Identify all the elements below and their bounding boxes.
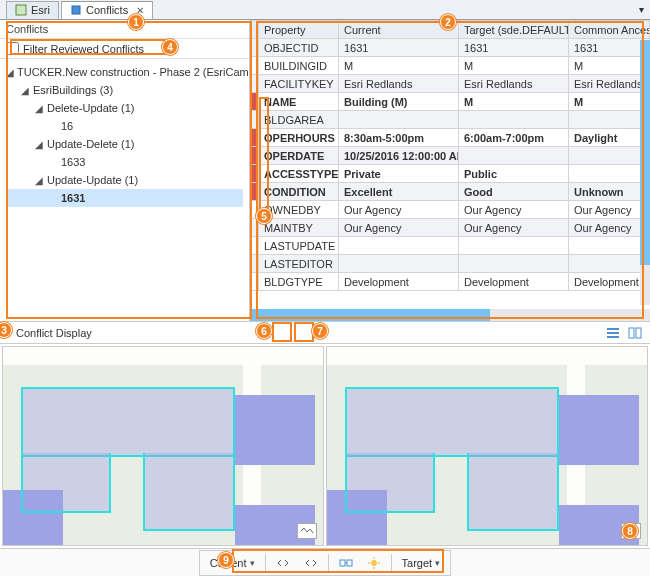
filter-checkbox[interactable] — [6, 42, 19, 55]
tree-leaf[interactable]: 16 — [6, 117, 243, 135]
table-row[interactable]: FACILITYKEYEsri RedlandsEsri RedlandsEsr… — [251, 75, 650, 93]
table-row[interactable]: BUILDINGIDMMM — [251, 57, 650, 75]
conflicts-icon — [70, 4, 82, 16]
expand-icon[interactable]: ◢ — [34, 175, 44, 186]
link-views-button[interactable] — [333, 553, 359, 573]
side-by-side-button[interactable] — [626, 324, 644, 342]
tree-root[interactable]: ◢ TUCKER.New construction - Phase 2 (Esr… — [6, 63, 243, 81]
conflicts-tree-panel: Conflicts Filter Reviewed Conflicts ◢ TU… — [0, 20, 250, 321]
col-property[interactable]: Property — [259, 21, 339, 39]
table-row[interactable]: LASTEDITOR — [251, 255, 650, 273]
map-target[interactable] — [326, 346, 648, 546]
tree-node[interactable]: ◢ Delete-Update (1) — [6, 99, 243, 117]
callout-7: 7 — [312, 323, 328, 339]
section-title: Conflict Display — [16, 327, 92, 339]
table-row[interactable]: OPERDATE10/25/2016 12:00:00 AM — [251, 147, 650, 165]
tree-leaf[interactable]: 1633 — [6, 153, 243, 171]
zoom-out-button[interactable] — [298, 553, 324, 573]
table-row[interactable]: OPERHOURS8:30am-5:00pm6:00am-7:00pmDayli… — [251, 129, 650, 147]
chevron-down-icon: ▾ — [435, 558, 440, 568]
svg-rect-1 — [72, 6, 80, 14]
flash-button[interactable] — [361, 553, 387, 573]
expand-icon[interactable]: ◢ — [34, 103, 44, 114]
table-row[interactable]: OWNEDBYOur AgencyOur AgencyOur Agency — [251, 201, 650, 219]
tree: ◢ TUCKER.New construction - Phase 2 (Esr… — [0, 59, 249, 321]
callout-1: 1 — [128, 14, 144, 30]
svg-rect-0 — [16, 5, 26, 15]
table-row[interactable]: BLDGAREA — [251, 111, 650, 129]
table-row[interactable]: NAMEBuilding (M)MM — [251, 93, 650, 111]
svg-rect-6 — [636, 328, 641, 338]
table-row[interactable]: BLDGTYPEDevelopmentDevelopmentDevelopmen… — [251, 273, 650, 291]
tab-label: Esri — [31, 4, 50, 16]
table-row[interactable]: LASTUPDATE — [251, 237, 650, 255]
svg-rect-8 — [347, 560, 352, 566]
tree-node[interactable]: ◢ Update-Delete (1) — [6, 135, 243, 153]
tree-group[interactable]: ◢ EsriBuildings (3) — [6, 81, 243, 99]
svg-rect-5 — [629, 328, 634, 338]
horizontal-scrollbar[interactable] — [250, 309, 650, 321]
navigator-icon[interactable] — [297, 523, 317, 539]
callout-8: 8 — [622, 523, 638, 539]
col-target[interactable]: Target (sde.DEFAULT) — [459, 21, 569, 39]
svg-rect-3 — [607, 332, 619, 334]
attribute-grid: Property Current Target (sde.DEFAULT) Co… — [250, 20, 650, 291]
table-row[interactable]: ACCESSTYPEPrivatePublic — [251, 165, 650, 183]
filter-label: Filter Reviewed Conflicts — [23, 43, 144, 55]
tree-node[interactable]: ◢ Update-Update (1) — [6, 171, 243, 189]
callout-2: 2 — [440, 14, 456, 30]
map-current[interactable] — [2, 346, 324, 546]
map-compare-container — [0, 344, 650, 548]
chevron-down-icon: ▾ — [250, 558, 255, 568]
panel-title: Conflicts — [0, 20, 249, 39]
tab-menu-button[interactable]: ▾ — [639, 4, 644, 15]
vertical-scrollbar[interactable] — [640, 40, 650, 305]
svg-rect-4 — [607, 336, 619, 338]
callout-4: 4 — [162, 39, 178, 55]
callout-6: 6 — [256, 323, 272, 339]
zoom-in-button[interactable] — [270, 553, 296, 573]
display-toolbar: Current ▾ Target ▾ — [0, 548, 650, 576]
svg-rect-7 — [340, 560, 345, 566]
target-dropdown[interactable]: Target ▾ — [396, 554, 447, 572]
expand-icon[interactable]: ◢ — [6, 67, 14, 78]
col-ancestor[interactable]: Common Ancestor — [569, 21, 650, 39]
tab-strip: Esri Conflicts ✕ ▾ — [0, 0, 650, 20]
svg-rect-2 — [607, 328, 619, 330]
callout-9: 9 — [218, 552, 234, 568]
map-icon — [15, 4, 27, 16]
table-row[interactable]: OBJECTID163116311631 — [251, 39, 650, 57]
tree-leaf-selected[interactable]: 1631 — [6, 189, 243, 207]
expand-icon[interactable]: ◢ — [20, 85, 30, 96]
callout-5: 5 — [256, 208, 272, 224]
filter-row: Filter Reviewed Conflicts — [0, 39, 249, 59]
tab-label: Conflicts — [86, 4, 128, 16]
list-view-button[interactable] — [604, 324, 622, 342]
svg-point-10 — [371, 560, 377, 566]
table-row[interactable]: MAINTBYOur AgencyOur AgencyOur Agency — [251, 219, 650, 237]
attribute-grid-panel: Property Current Target (sde.DEFAULT) Co… — [250, 20, 650, 321]
tab-esri[interactable]: Esri — [6, 1, 59, 19]
table-row[interactable]: CONDITIONExcellentGoodUnknown — [251, 183, 650, 201]
expand-icon[interactable]: ◢ — [34, 139, 44, 150]
